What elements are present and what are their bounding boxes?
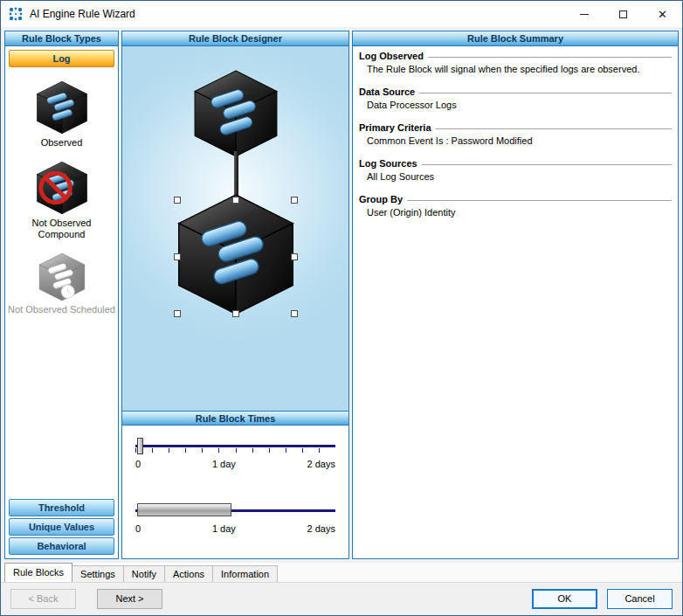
- tab-information[interactable]: Information: [212, 565, 278, 582]
- rule-block-cube-top[interactable]: [191, 69, 280, 158]
- rule-block-types-panel: Rule Block Types Log Observed Not Observ…: [4, 31, 119, 559]
- rule-block-types-header: Rule Block Types: [5, 31, 118, 46]
- time-range-slider[interactable]: 0 1 day 2 days: [135, 509, 335, 534]
- tab-actions[interactable]: Actions: [164, 565, 213, 582]
- wizard-tabstrip: Rule Blocks Settings Notify Actions Info…: [1, 563, 682, 583]
- type-item-not-observed-compound[interactable]: Not Observed Compound: [8, 161, 115, 240]
- slider-track[interactable]: [135, 509, 335, 512]
- slider-label-2days: 2 days: [307, 523, 335, 534]
- summary-section-data-source: Data Source Data Processor Logs: [359, 87, 672, 111]
- rule-block-cube-selected[interactable]: [174, 192, 298, 316]
- maximize-button[interactable]: [604, 1, 643, 27]
- section-heading: Primary Criteria: [359, 122, 672, 133]
- cancel-button[interactable]: Cancel: [607, 589, 673, 609]
- log-scheduled-cube-icon: [35, 253, 89, 301]
- slider-labels: 0 1 day 2 days: [135, 459, 335, 469]
- rule-block-designer-canvas[interactable]: [122, 46, 348, 411]
- wizard-content: Rule Block Types Log Observed Not Observ…: [1, 27, 682, 563]
- minimize-icon: [580, 14, 589, 15]
- tab-rule-blocks[interactable]: Rule Blocks: [4, 563, 72, 582]
- tab-notify[interactable]: Notify: [123, 565, 165, 582]
- slider-thumb[interactable]: [137, 438, 143, 454]
- section-divider: [422, 164, 672, 165]
- summary-section-log-observed: Log Observed The Rule Block will signal …: [359, 51, 672, 75]
- section-divider: [436, 128, 672, 129]
- section-divider: [428, 57, 672, 58]
- type-label-not-observed-scheduled: Not Observed Scheduled: [8, 304, 115, 315]
- section-heading-text: Log Observed: [359, 51, 424, 61]
- summary-section-log-sources: Log Sources All Log Sources: [359, 158, 672, 183]
- summary-section-primary-criteria: Primary Criteria Common Event Is : Passw…: [359, 122, 672, 147]
- observed-time-slider[interactable]: 0 1 day 2 days: [135, 445, 335, 469]
- ok-button[interactable]: OK: [532, 589, 597, 609]
- wizard-footer: < Back Next > OK Cancel: [1, 583, 682, 615]
- section-heading-text: Log Sources: [359, 158, 417, 169]
- rule-block-summary-header: Rule Block Summary: [353, 31, 678, 46]
- rule-block-summary-body: Log Observed The Rule Block will signal …: [353, 46, 678, 558]
- selected-rule-block[interactable]: [177, 200, 294, 314]
- slider-tick-marks: [135, 448, 335, 453]
- log-not-observed-cube-icon: [32, 161, 92, 215]
- rule-block-times-body: 0 1 day 2 days 0 1 day 2 days: [122, 426, 348, 558]
- selection-handle-middle-right[interactable]: [291, 253, 298, 260]
- category-threshold-button[interactable]: Threshold: [9, 499, 114, 516]
- selection-handle-bottom-middle[interactable]: [232, 310, 239, 317]
- section-content: Common Event Is : Password Modified: [359, 135, 672, 147]
- section-divider: [419, 93, 672, 93]
- type-label-not-observed-compound: Not Observed Compound: [8, 218, 115, 240]
- selection-handle-bottom-right[interactable]: [291, 310, 298, 317]
- selection-handle-middle-left[interactable]: [174, 253, 181, 260]
- time-range-bar[interactable]: [137, 503, 231, 516]
- selection-handle-top-right[interactable]: [291, 197, 298, 204]
- type-item-not-observed-scheduled: Not Observed Scheduled: [8, 253, 115, 315]
- section-divider: [407, 200, 672, 201]
- section-content: Data Processor Logs: [359, 100, 672, 111]
- category-behavioral-button[interactable]: Behavioral: [9, 537, 114, 555]
- selection-handle-top-left[interactable]: [174, 197, 181, 204]
- close-button[interactable]: ✕: [643, 1, 682, 27]
- selection-handle-top-middle[interactable]: [232, 197, 239, 204]
- back-button: < Back: [10, 589, 76, 609]
- section-heading: Group By: [359, 194, 672, 204]
- section-heading-text: Data Source: [359, 87, 415, 97]
- window-title: AI Engine Rule Wizard: [30, 8, 564, 20]
- next-button[interactable]: Next >: [97, 589, 162, 609]
- slider-label-1day: 1 day: [212, 459, 236, 469]
- slider-label-1day: 1 day: [212, 523, 236, 534]
- log-observed-cube-icon: [32, 80, 92, 135]
- category-log-button[interactable]: Log: [9, 50, 114, 67]
- section-content: The Rule Block will signal when the spec…: [359, 64, 672, 75]
- slider-label-0: 0: [135, 459, 141, 469]
- rule-block-designer-header: Rule Block Designer: [122, 31, 348, 46]
- tab-settings[interactable]: Settings: [72, 565, 124, 582]
- rule-block-types-body: Log Observed Not Observed Compound Not O…: [5, 46, 118, 558]
- titlebar: AI Engine Rule Wizard ✕: [1, 1, 682, 27]
- ai-engine-rule-wizard-window: AI Engine Rule Wizard ✕ Rule Block Types…: [0, 0, 683, 616]
- rule-block-times-header: Rule Block Times: [122, 411, 348, 426]
- selection-handle-bottom-left[interactable]: [174, 310, 181, 317]
- slider-labels: 0 1 day 2 days: [135, 523, 335, 534]
- left-spacer: [8, 328, 115, 498]
- type-label-observed: Observed: [8, 137, 115, 149]
- category-unique-values-button[interactable]: Unique Values: [9, 518, 114, 536]
- section-heading-text: Primary Criteria: [359, 122, 431, 133]
- section-heading: Log Observed: [359, 51, 672, 61]
- section-content: All Log Sources: [359, 171, 672, 183]
- minimize-button[interactable]: [564, 1, 604, 27]
- close-icon: ✕: [658, 9, 667, 20]
- rule-block-summary-panel: Rule Block Summary Log Observed The Rule…: [352, 31, 679, 559]
- section-content: User (Origin) Identity: [359, 207, 672, 218]
- section-heading: Log Sources: [359, 158, 672, 169]
- summary-section-group-by: Group By User (Origin) Identity: [359, 194, 672, 218]
- slider-label-0: 0: [135, 523, 141, 534]
- logrhythm-logo-icon: [8, 6, 24, 22]
- maximize-icon: [619, 10, 627, 18]
- rule-block-designer-panel: Rule Block Designer Rule Block Times: [121, 31, 349, 559]
- type-item-observed[interactable]: Observed: [8, 80, 115, 149]
- section-heading: Data Source: [359, 87, 672, 97]
- slider-track[interactable]: [135, 445, 335, 447]
- slider-label-2days: 2 days: [307, 459, 335, 469]
- section-heading-text: Group By: [359, 194, 403, 204]
